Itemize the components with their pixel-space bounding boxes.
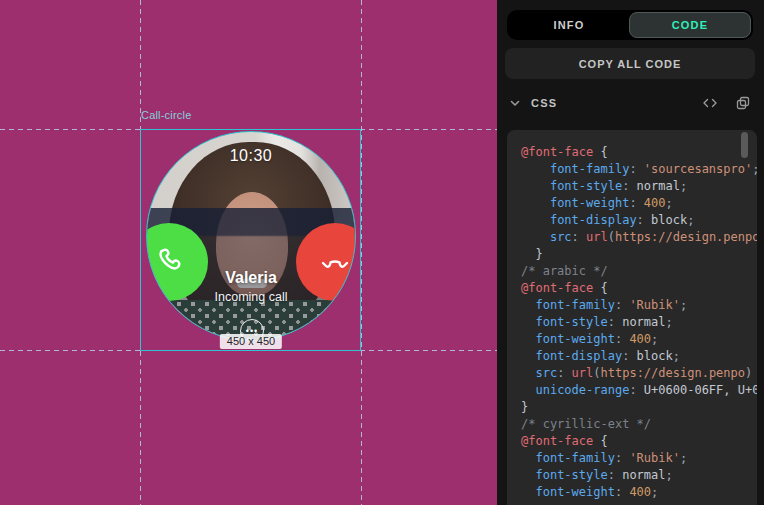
shape-size-badge: 450 x 450 xyxy=(220,334,282,349)
penpot-workspace: Call-circle 10:30 xyxy=(0,0,764,505)
css-section-label: CSS xyxy=(531,97,557,109)
css-code-panel[interactable]: @font-face { font-family: 'sourcesanspro… xyxy=(507,130,757,505)
caller-name: Valeria xyxy=(147,269,355,287)
tab-code[interactable]: CODE xyxy=(629,12,751,38)
chevron-down-icon[interactable] xyxy=(508,96,522,110)
css-code: @font-face { font-family: 'sourcesanspro… xyxy=(521,144,757,501)
copy-icon[interactable] xyxy=(735,95,751,111)
copy-all-code-button[interactable]: COPY ALL CODE xyxy=(505,48,755,79)
frame-name-label[interactable]: Call-circle xyxy=(141,109,191,121)
right-sidebar: INFO CODE COPY ALL CODE CSS xyxy=(497,0,764,505)
info-code-tabbar: INFO CODE xyxy=(507,10,753,40)
code-scrollbar-thumb[interactable] xyxy=(741,132,748,158)
vertical-guide-right xyxy=(361,0,362,505)
call-circle-shape[interactable]: 10:30 Valeria Incoming call ••• xyxy=(146,131,356,341)
tab-info[interactable]: INFO xyxy=(509,12,629,38)
call-status-text: Incoming call xyxy=(147,290,355,304)
design-canvas[interactable]: Call-circle 10:30 xyxy=(0,0,497,505)
code-view-icon[interactable] xyxy=(702,95,718,111)
css-section-header[interactable]: CSS xyxy=(508,94,751,112)
